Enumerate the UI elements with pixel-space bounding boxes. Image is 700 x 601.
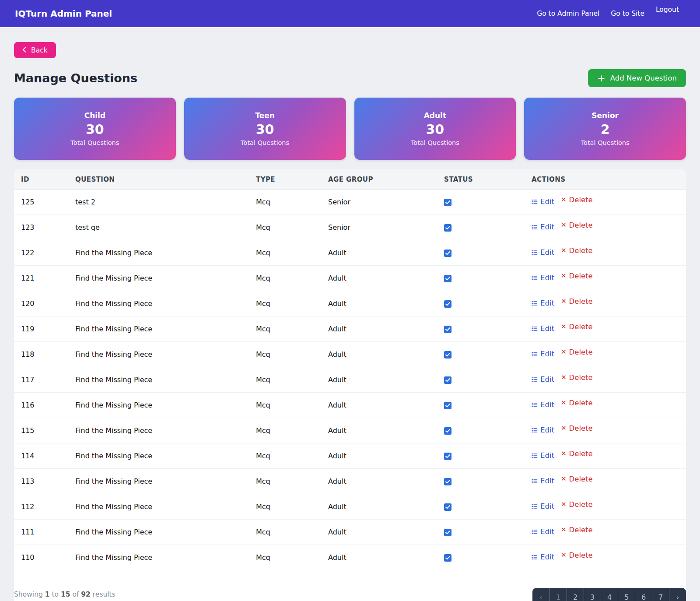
edit-link[interactable]: Edit <box>532 527 554 536</box>
delete-link[interactable]: ✕Delete <box>561 399 593 407</box>
cell-actions: Edit✕Delete <box>525 291 686 316</box>
cell-id: 115 <box>14 418 68 443</box>
delete-label: Delete <box>569 475 593 483</box>
cell-status <box>437 266 525 291</box>
table-row: 122Find the Missing PieceMcqAdultEdit✕De… <box>14 240 686 266</box>
status-checkbox[interactable] <box>444 503 452 511</box>
cell-actions: Edit✕Delete <box>525 190 686 215</box>
questions-table: ID QUESTION TYPE AGE GROUP STATUS ACTION… <box>14 169 686 570</box>
delete-label: Delete <box>569 246 593 255</box>
edit-link[interactable]: Edit <box>532 375 554 383</box>
cell-age-group: Adult <box>321 291 437 316</box>
edit-link[interactable]: Edit <box>532 248 554 257</box>
cell-actions: Edit✕Delete <box>525 443 686 469</box>
delete-link[interactable]: ✕Delete <box>561 272 593 280</box>
cell-type: Mcq <box>249 367 321 393</box>
status-checkbox[interactable] <box>444 376 452 384</box>
page-button-6[interactable]: 6 <box>635 588 652 601</box>
list-icon <box>532 427 538 433</box>
edit-link[interactable]: Edit <box>532 299 554 307</box>
cell-actions: Edit✕Delete <box>525 418 686 443</box>
delete-link[interactable]: ✕Delete <box>561 196 593 204</box>
status-checkbox[interactable] <box>444 427 452 435</box>
edit-label: Edit <box>540 223 554 231</box>
add-new-question-button[interactable]: + Add New Question <box>588 69 686 87</box>
cell-question: Find the Missing Piece <box>68 367 249 393</box>
status-checkbox[interactable] <box>444 300 452 308</box>
results-summary: Showing 1 to 15 of 92 results <box>14 590 116 598</box>
edit-link[interactable]: Edit <box>532 324 554 333</box>
status-checkbox[interactable] <box>444 402 452 409</box>
status-checkbox[interactable] <box>444 224 452 232</box>
edit-link[interactable]: Edit <box>532 350 554 358</box>
edit-link[interactable]: Edit <box>532 223 554 231</box>
status-checkbox[interactable] <box>444 326 452 333</box>
page-button-3[interactable]: 3 <box>584 588 601 601</box>
delete-link[interactable]: ✕Delete <box>561 551 593 559</box>
edit-link[interactable]: Edit <box>532 197 554 206</box>
cell-actions: Edit✕Delete <box>525 367 686 393</box>
edit-link[interactable]: Edit <box>532 451 554 460</box>
status-checkbox[interactable] <box>444 351 452 358</box>
delete-link[interactable]: ✕Delete <box>561 500 593 509</box>
page-button-5[interactable]: 5 <box>618 588 635 601</box>
page-button-7[interactable]: 7 <box>652 588 669 601</box>
list-icon <box>532 402 538 408</box>
page-button-4[interactable]: 4 <box>601 588 618 601</box>
status-checkbox[interactable] <box>444 250 452 257</box>
page-button-prev[interactable]: ‹ <box>532 588 550 601</box>
stat-caption: Total Questions <box>581 139 630 146</box>
status-checkbox[interactable] <box>444 275 452 282</box>
plus-icon: + <box>597 74 605 83</box>
status-checkbox[interactable] <box>444 453 452 460</box>
delete-link[interactable]: ✕Delete <box>561 297 593 306</box>
edit-link[interactable]: Edit <box>532 426 554 434</box>
edit-link[interactable]: Edit <box>532 401 554 409</box>
page-button-2[interactable]: 2 <box>567 588 584 601</box>
nav-go-to-site[interactable]: Go to Site <box>611 10 644 18</box>
status-checkbox[interactable] <box>444 554 452 562</box>
delete-link[interactable]: ✕Delete <box>561 450 593 458</box>
edit-link[interactable]: Edit <box>532 274 554 282</box>
back-button[interactable]: Back <box>14 42 56 58</box>
delete-label: Delete <box>569 424 593 432</box>
status-checkbox[interactable] <box>444 529 452 536</box>
edit-link[interactable]: Edit <box>532 502 554 510</box>
stat-caption: Total Questions <box>70 139 119 146</box>
edit-label: Edit <box>540 375 554 383</box>
nav-go-to-admin-panel[interactable]: Go to Admin Panel <box>537 10 599 18</box>
cell-question: test 2 <box>68 190 249 215</box>
delete-link[interactable]: ✕Delete <box>561 246 593 255</box>
delete-link[interactable]: ✕Delete <box>561 221 593 229</box>
delete-link[interactable]: ✕Delete <box>561 348 593 356</box>
cell-type: Mcq <box>249 494 321 520</box>
delete-link[interactable]: ✕Delete <box>561 373 593 382</box>
delete-link[interactable]: ✕Delete <box>561 526 593 534</box>
delete-link[interactable]: ✕Delete <box>561 475 593 483</box>
cell-actions: Edit✕Delete <box>525 266 686 291</box>
cell-type: Mcq <box>249 291 321 316</box>
delete-link[interactable]: ✕Delete <box>561 323 593 331</box>
stat-label: Senior <box>592 111 619 120</box>
page-button-1[interactable]: 1 <box>550 588 567 601</box>
x-icon: ✕ <box>561 349 567 355</box>
delete-link[interactable]: ✕Delete <box>561 424 593 432</box>
x-icon: ✕ <box>561 197 567 203</box>
edit-link[interactable]: Edit <box>532 553 554 561</box>
cell-type: Mcq <box>249 266 321 291</box>
list-icon <box>532 478 538 484</box>
stat-value: 30 <box>256 123 274 136</box>
summary-from: 1 <box>45 590 50 598</box>
cell-age-group: Adult <box>321 443 437 469</box>
cell-id: 116 <box>14 393 68 418</box>
edit-link[interactable]: Edit <box>532 477 554 485</box>
add-button-label: Add New Question <box>610 74 677 82</box>
nav-logout[interactable]: Logout <box>656 6 679 14</box>
delete-label: Delete <box>569 221 593 229</box>
cell-id: 113 <box>14 469 68 494</box>
page-button-next[interactable]: › <box>669 588 686 601</box>
summary-text: to <box>50 590 61 598</box>
cell-question: Find the Missing Piece <box>68 418 249 443</box>
status-checkbox[interactable] <box>444 199 452 206</box>
status-checkbox[interactable] <box>444 478 452 485</box>
